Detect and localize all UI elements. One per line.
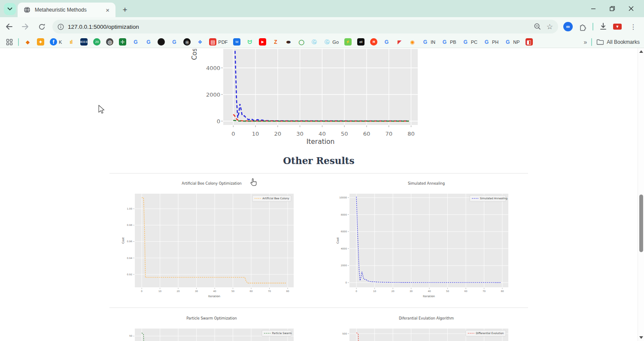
bookmark-google-in[interactable]: GIN — [422, 38, 435, 46]
bookmark-sheets[interactable]: ✛ — [119, 38, 126, 46]
scrollbar-thumb[interactable] — [639, 195, 643, 252]
dark-disc-icon: ◉ — [183, 38, 191, 46]
pso-chart-image: 0102030405060708001020304050Particle Swa… — [119, 312, 304, 341]
bookmark-github[interactable] — [158, 38, 165, 46]
maximize-button[interactable] — [603, 0, 622, 17]
svg-text:1.00: 1.00 — [127, 207, 133, 210]
svg-text:Diferantial Evulation Algorith: Diferantial Evulation Algorithm — [399, 316, 454, 320]
close-button[interactable] — [622, 0, 641, 17]
bookmark-google-g-1[interactable]: G — [132, 38, 139, 46]
svg-text:Simulated Annealing: Simulated Annealing — [408, 181, 445, 186]
tab-close-icon[interactable]: × — [104, 6, 111, 14]
bookmark-google-g-2[interactable]: G — [145, 38, 152, 46]
address-bar[interactable]: 127.0.0.1:5000/optimization ☆ — [52, 20, 558, 33]
svg-text:4000: 4000 — [341, 247, 347, 250]
de-chart-image: 010203040506070800100200300400500Diferan… — [334, 312, 519, 341]
scrollbar-up-arrow[interactable] — [638, 48, 644, 55]
bookmark-yandex[interactable]: Я — [370, 38, 377, 46]
bookmark-blue-bird[interactable]: ❖ — [196, 38, 204, 46]
svg-text:0: 0 — [231, 131, 235, 137]
browser-menu-icon[interactable]: ⋮ — [627, 23, 639, 31]
blue-m-icon: M — [233, 38, 240, 46]
page-content: 01020304050607080020004000IterationCost … — [0, 48, 638, 341]
page-scrollbar[interactable] — [638, 48, 644, 341]
bookmark-orange-app[interactable]: ✦ — [37, 38, 44, 46]
tab-search-button[interactable] — [4, 3, 16, 15]
browser-toolbar: 127.0.0.1:5000/optimization ☆ ∞ ▼ ⋮ — [0, 17, 644, 36]
bookmark-google-pb[interactable]: GPB — [441, 38, 456, 46]
bookmark-z-orange[interactable]: Z — [272, 38, 279, 46]
bookmark-tri-red[interactable]: ◤ — [396, 38, 403, 46]
google-g-3-icon: G — [170, 38, 178, 46]
minimize-button[interactable] — [584, 0, 603, 17]
bookmark-blue-m[interactable]: M — [233, 38, 240, 46]
url-text[interactable]: 127.0.0.1:5000/optimization — [68, 24, 534, 30]
bookmark-google-ph[interactable]: GPH — [483, 38, 498, 46]
bookmark-eye-sun[interactable]: ◉ — [409, 38, 416, 46]
abc-chart-image: 010203040506070800.920.940.960.981.00Art… — [119, 177, 304, 300]
google-in-icon: G — [422, 38, 429, 46]
extensions-area: ∞ ▼ ⋮ — [563, 22, 639, 31]
bookmark-green-ring[interactable]: ◯ — [298, 38, 305, 46]
bookmark-google-pc[interactable]: GPC — [462, 38, 477, 46]
bookmark-cl-black[interactable]: cl — [357, 38, 365, 46]
bookmark-android[interactable]: ᗢ — [246, 38, 253, 46]
bookmark-star-icon[interactable]: ☆ — [547, 22, 553, 31]
bookmark-ieee[interactable]: IEEE — [80, 38, 88, 46]
svg-text:70: 70 — [268, 290, 271, 292]
downloads-icon[interactable] — [599, 22, 608, 31]
bookmark-google-np[interactable]: GNP — [504, 38, 519, 46]
triangle-up-icon — [639, 50, 643, 53]
eye-sun-icon: ◉ — [409, 38, 416, 46]
bookmark-reader-diamond[interactable]: ◆ — [24, 38, 31, 46]
forward-arrow-icon — [21, 23, 29, 30]
chevron-down-icon — [7, 7, 12, 11]
svg-text:10: 10 — [158, 290, 162, 292]
sa-chart-image: 010203040506070800200040006000800010000S… — [334, 177, 519, 300]
svg-text:30: 30 — [410, 290, 413, 292]
back-button[interactable] — [2, 19, 16, 34]
site-info-icon[interactable] — [58, 24, 64, 30]
svg-text:Artificial Bee Colony: Artificial Bee Colony — [262, 197, 289, 200]
bookmark-google-g-4[interactable]: G — [383, 38, 390, 46]
svg-text:40: 40 — [319, 131, 326, 137]
android-icon: ᗢ — [246, 38, 253, 46]
svg-text:60: 60 — [464, 290, 468, 292]
bookmark-lightning[interactable]: ⚡ — [344, 38, 352, 46]
new-tab-button[interactable]: + — [119, 4, 131, 15]
zoom-icon[interactable] — [534, 23, 541, 30]
extensions-puzzle-icon[interactable] — [578, 22, 587, 31]
teal-g-2-icon: Ⓖ — [323, 38, 331, 46]
bookmark-dark-disc[interactable]: ◉ — [183, 38, 191, 46]
bookmarks-overflow-icon[interactable]: » — [584, 39, 587, 46]
tab-metaheuristic-methods[interactable]: Metaheuristic Methods × — [18, 3, 115, 17]
bookmark-youtube[interactable]: ▶ — [259, 38, 266, 46]
bookmark-pdf[interactable]: ▤PDF — [209, 38, 228, 46]
bean-icon: ⬬ — [285, 38, 292, 46]
red-exit-icon: ◧ — [526, 38, 533, 46]
download-manager-extension-icon[interactable]: ▼ — [613, 24, 622, 30]
reload-button[interactable] — [34, 19, 49, 34]
svg-text:Particle Swarm Optimization: Particle Swarm Optimization — [186, 316, 237, 320]
extension-badge-icon[interactable]: ∞ — [563, 22, 573, 31]
google-g-2-icon: G — [145, 38, 152, 46]
svg-text:30: 30 — [195, 290, 198, 292]
all-bookmarks-button[interactable]: All Bookmarks — [596, 39, 640, 45]
forward-button[interactable] — [18, 19, 33, 34]
apps-grid-icon[interactable] — [6, 39, 13, 46]
bookmark-badge-20[interactable]: 20 — [93, 38, 100, 46]
bookmark-analytics-bars[interactable]: ıl — [67, 38, 75, 46]
bookmark-bean[interactable]: ⬬ — [285, 38, 292, 46]
svg-text:Cost: Cost — [122, 237, 125, 244]
bookmarks-separator — [18, 38, 19, 46]
bookmark-teal-g-1[interactable]: Ⓖ — [310, 38, 318, 46]
bookmark-google-g-3[interactable]: G — [170, 38, 178, 46]
svg-text:Iteration: Iteration — [423, 295, 435, 298]
bookmark-label: NP — [513, 40, 519, 45]
svg-text:8000: 8000 — [341, 213, 347, 216]
bookmark-teal-g-2[interactable]: ⒼGo — [323, 38, 339, 46]
bookmark-facebook[interactable]: fK — [50, 38, 62, 46]
bookmark-globe-dark[interactable]: ◍ — [106, 38, 113, 46]
scrollbar-down-arrow[interactable] — [638, 334, 644, 341]
bookmark-red-exit[interactable]: ◧ — [526, 38, 533, 46]
